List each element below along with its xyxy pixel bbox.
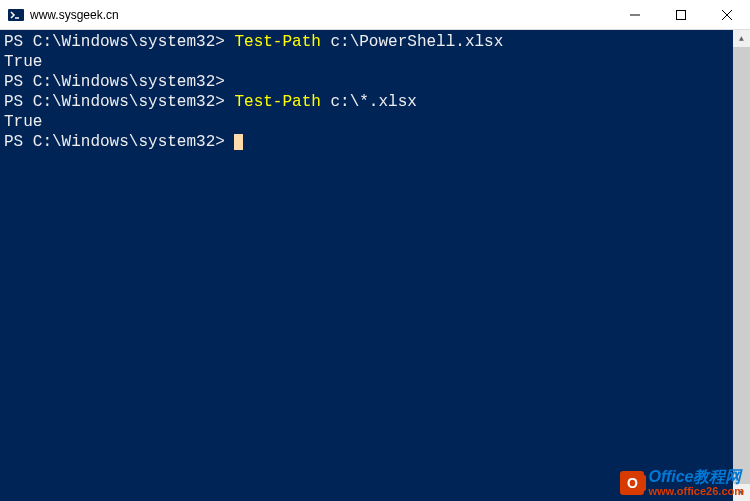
terminal-area[interactable]: PS C:\Windows\system32> Test-Path c:\Pow…: [0, 30, 750, 501]
watermark-url: www.office26.com: [648, 486, 744, 497]
terminal-cursor: [234, 134, 243, 150]
watermark: O Office教程网 www.office26.com: [620, 469, 744, 497]
terminal-prompt: PS C:\Windows\system32>: [4, 73, 234, 91]
watermark-title: Office教程网: [648, 469, 744, 485]
scroll-thumb[interactable]: [733, 47, 750, 484]
scrollbar[interactable]: ▲ ▼: [733, 30, 750, 501]
terminal-prompt: PS C:\Windows\system32>: [4, 133, 234, 151]
terminal-line: True: [4, 112, 729, 132]
close-button[interactable]: [704, 0, 750, 30]
maximize-button[interactable]: [658, 0, 704, 30]
minimize-button[interactable]: [612, 0, 658, 30]
terminal-line: PS C:\Windows\system32>: [4, 132, 729, 152]
titlebar[interactable]: www.sysgeek.cn: [0, 0, 750, 30]
terminal-line: True: [4, 52, 729, 72]
terminal-argument: c:\PowerShell.xlsx: [321, 33, 503, 51]
scroll-up-arrow[interactable]: ▲: [733, 30, 750, 47]
terminal-line: PS C:\Windows\system32>: [4, 72, 729, 92]
svg-rect-3: [677, 11, 686, 20]
terminal-output: True: [4, 113, 42, 131]
powershell-window: www.sysgeek.cn PS C:\Windows\system32> T…: [0, 0, 750, 501]
terminal-line: PS C:\Windows\system32> Test-Path c:\Pow…: [4, 32, 729, 52]
terminal-argument: c:\*.xlsx: [321, 93, 417, 111]
svg-rect-0: [8, 9, 24, 21]
watermark-icon: O: [620, 471, 644, 495]
terminal-command: Test-Path: [234, 33, 320, 51]
terminal-prompt: PS C:\Windows\system32>: [4, 33, 234, 51]
titlebar-left: www.sysgeek.cn: [0, 7, 612, 23]
scroll-track[interactable]: [733, 47, 750, 484]
watermark-text: Office教程网 www.office26.com: [648, 469, 744, 497]
terminal-content: PS C:\Windows\system32> Test-Path c:\Pow…: [4, 32, 729, 152]
window-title: www.sysgeek.cn: [30, 8, 119, 22]
terminal-output: True: [4, 53, 42, 71]
window-controls: [612, 0, 750, 29]
terminal-prompt: PS C:\Windows\system32>: [4, 93, 234, 111]
terminal-command: Test-Path: [234, 93, 320, 111]
terminal-line: PS C:\Windows\system32> Test-Path c:\*.x…: [4, 92, 729, 112]
powershell-icon: [8, 7, 24, 23]
